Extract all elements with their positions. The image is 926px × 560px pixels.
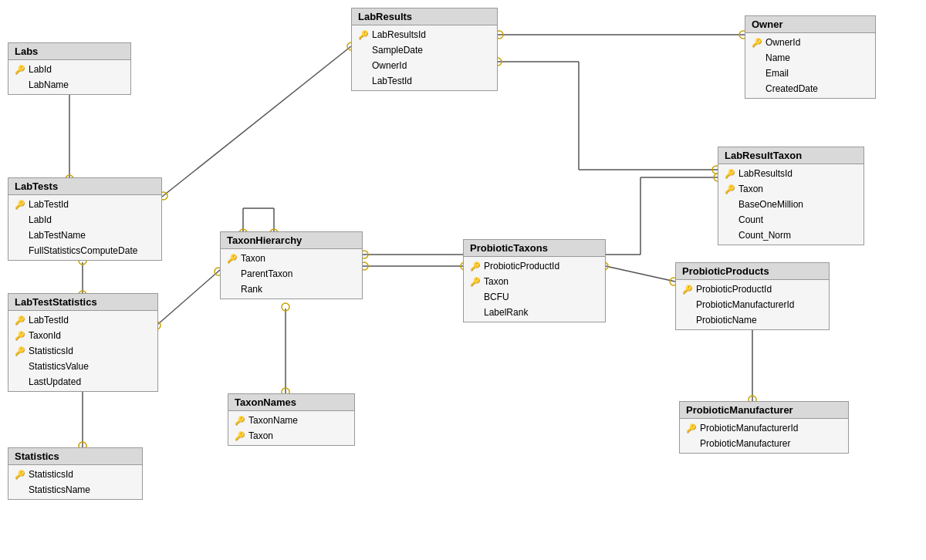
- field-row: CreatedDate: [745, 81, 875, 96]
- field-name: CreatedDate: [765, 83, 818, 94]
- field-row: LabTestName: [8, 228, 161, 243]
- field-name: Count: [738, 214, 763, 225]
- field-row: ProbioticManufacturerId: [676, 297, 829, 312]
- entity-labs: Labs🔑LabIdLabName: [8, 42, 131, 95]
- field-name: StatisticsId: [29, 346, 73, 356]
- field-row: 🔑TaxonName: [228, 413, 354, 428]
- field-name: LabId: [29, 214, 52, 225]
- field-row: 🔑StatisticsId: [8, 467, 142, 482]
- field-name: Taxon: [248, 430, 273, 441]
- field-row: Email: [745, 66, 875, 81]
- entity-body-taxonnames: 🔑TaxonName🔑Taxon: [228, 411, 354, 445]
- key-icon: 🔑: [470, 277, 481, 287]
- field-row: ParentTaxon: [221, 266, 362, 282]
- entity-probiotictaxons: ProbioticTaxons🔑ProbioticProductId🔑Taxon…: [463, 239, 606, 322]
- field-row: StatisticsName: [8, 482, 142, 498]
- field-name: SampleDate: [372, 45, 423, 56]
- field-name: TaxonId: [29, 330, 61, 341]
- field-row: LabName: [8, 77, 130, 93]
- field-row: 🔑LabId: [8, 62, 130, 77]
- field-row: StatisticsValue: [8, 359, 157, 374]
- field-row: 🔑OwnerId: [745, 35, 875, 50]
- field-row: LabTestId: [352, 73, 497, 89]
- field-row: BCFU: [464, 289, 605, 305]
- key-icon: 🔑: [686, 423, 697, 433]
- entity-body-labteststatistics: 🔑LabTestId🔑TaxonId🔑StatisticsIdStatistic…: [8, 311, 157, 391]
- entity-probioticmanufacturer: ProbioticManufacturer🔑ProbioticManufactu…: [679, 401, 849, 454]
- entity-body-labtests: 🔑LabTestIdLabIdLabTestNameFullStatistics…: [8, 195, 161, 260]
- field-name: ProbioticManufacturerId: [696, 299, 794, 310]
- entity-body-probioticproducts: 🔑ProbioticProductIdProbioticManufacturer…: [676, 280, 829, 329]
- entity-labresults: LabResults🔑LabResultsIdSampleDateOwnerId…: [351, 8, 498, 91]
- field-name: Rank: [241, 284, 262, 295]
- entity-header-labteststatistics: LabTestStatistics: [8, 294, 157, 311]
- field-name: Taxon: [241, 253, 265, 264]
- svg-line-3: [162, 46, 351, 197]
- field-name: Name: [765, 52, 790, 63]
- entity-labteststatistics: LabTestStatistics🔑LabTestId🔑TaxonId🔑Stat…: [8, 293, 158, 392]
- field-name: StatisticsName: [29, 484, 90, 495]
- field-row: BaseOneMillion: [718, 197, 863, 212]
- field-row: 🔑LabTestId: [8, 312, 157, 328]
- field-name: LabTestName: [29, 230, 86, 241]
- entity-body-owner: 🔑OwnerIdNameEmailCreatedDate: [745, 33, 875, 98]
- field-row: OwnerId: [352, 58, 497, 73]
- entity-body-labresulttaxon: 🔑LabResultsId🔑TaxonBaseOneMillionCountCo…: [718, 164, 863, 245]
- field-name: LabName: [29, 79, 69, 90]
- field-row: Name: [745, 50, 875, 66]
- field-row: 🔑LabResultsId: [352, 27, 497, 42]
- field-row: Count_Norm: [718, 228, 863, 243]
- entity-header-labs: Labs: [8, 43, 130, 60]
- entity-header-taxonnames: TaxonNames: [228, 394, 354, 411]
- field-row: Rank: [221, 282, 362, 297]
- svg-line-30: [606, 266, 675, 282]
- key-icon: 🔑: [235, 416, 245, 426]
- field-name: Taxon: [738, 184, 763, 194]
- entity-header-labresulttaxon: LabResultTaxon: [718, 147, 863, 164]
- entity-body-labresults: 🔑LabResultsIdSampleDateOwnerIdLabTestId: [352, 25, 497, 90]
- entity-header-taxonhierarchy: TaxonHierarchy: [221, 232, 362, 249]
- key-icon: 🔑: [15, 315, 25, 326]
- field-row: FullStatisticsComputeDate: [8, 243, 161, 258]
- entity-header-probioticproducts: ProbioticProducts: [676, 263, 829, 280]
- field-name: Email: [765, 68, 789, 79]
- entity-body-labs: 🔑LabIdLabName: [8, 60, 130, 94]
- er-diagram: Labs🔑LabIdLabNameLabResults🔑LabResultsId…: [0, 0, 926, 560]
- entity-taxonnames: TaxonNames🔑TaxonName🔑Taxon: [228, 393, 355, 446]
- key-icon: 🔑: [682, 285, 693, 295]
- key-icon: 🔑: [752, 38, 762, 48]
- field-row: LabelRank: [464, 305, 605, 320]
- field-name: LabResultsId: [372, 29, 426, 40]
- entity-header-labtests: LabTests: [8, 178, 161, 195]
- field-name: LastUpdated: [29, 376, 81, 387]
- key-icon: 🔑: [235, 431, 245, 441]
- field-row: 🔑Taxon: [718, 181, 863, 197]
- field-name: Count_Norm: [738, 230, 791, 241]
- entity-header-probiotictaxons: ProbioticTaxons: [464, 240, 605, 257]
- field-name: LabResultsId: [738, 168, 793, 179]
- key-icon: 🔑: [470, 261, 481, 272]
- field-name: BCFU: [484, 292, 509, 302]
- field-name: LabelRank: [484, 307, 528, 318]
- entity-body-probiotictaxons: 🔑ProbioticProductId🔑TaxonBCFULabelRank: [464, 257, 605, 322]
- field-row: 🔑LabTestId: [8, 197, 161, 212]
- field-row: 🔑LabResultsId: [718, 166, 863, 181]
- key-icon: 🔑: [15, 200, 25, 210]
- key-icon: 🔑: [227, 254, 238, 264]
- field-name: ProbioticManufacturer: [700, 438, 790, 449]
- key-icon: 🔑: [358, 30, 369, 40]
- field-row: LastUpdated: [8, 374, 157, 390]
- entity-statistics: Statistics🔑StatisticsIdStatisticsName: [8, 447, 143, 500]
- key-icon: 🔑: [15, 65, 25, 75]
- field-row: ProbioticName: [676, 312, 829, 328]
- entity-labresulttaxon: LabResultTaxon🔑LabResultsId🔑TaxonBaseOne…: [718, 147, 864, 245]
- entity-labtests: LabTests🔑LabTestIdLabIdLabTestNameFullSt…: [8, 177, 162, 261]
- entity-probioticproducts: ProbioticProducts🔑ProbioticProductIdProb…: [675, 262, 830, 330]
- field-row: 🔑Taxon: [221, 251, 362, 266]
- field-name: OwnerId: [765, 37, 800, 48]
- field-row: 🔑TaxonId: [8, 328, 157, 343]
- entity-taxonhierarchy: TaxonHierarchy🔑TaxonParentTaxonRank: [220, 231, 363, 299]
- svg-line-42: [158, 270, 220, 324]
- field-row: LabId: [8, 212, 161, 228]
- field-row: 🔑ProbioticManufacturerId: [680, 420, 848, 436]
